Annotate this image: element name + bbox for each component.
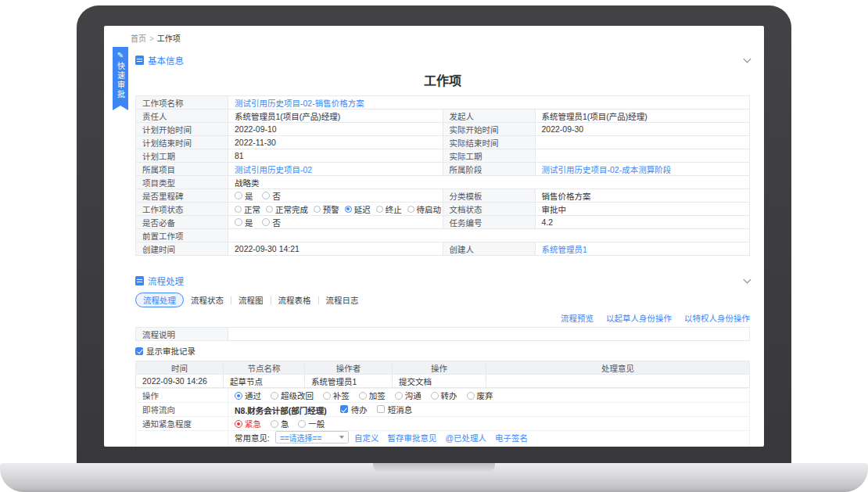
phase-link[interactable]: 测试引用历史项目-02-成本测算阶段 bbox=[542, 165, 672, 174]
field-label: 发起人 bbox=[443, 110, 535, 123]
tab-process-status[interactable]: 流程状态 bbox=[184, 294, 231, 306]
radio-option[interactable]: 预警 bbox=[314, 203, 339, 215]
field-label: 所属阶段 bbox=[443, 163, 535, 176]
radio-option[interactable]: 待启动 bbox=[407, 203, 442, 215]
radio-checked-icon bbox=[235, 420, 242, 428]
radio-option[interactable]: 否 bbox=[262, 190, 281, 202]
checkbox-label: 待办 bbox=[351, 404, 368, 415]
field-value bbox=[535, 149, 750, 163]
radio-label: 正常完成 bbox=[275, 203, 308, 215]
breadcrumb-home[interactable]: 首页 bbox=[131, 34, 146, 43]
radio-option[interactable]: 终止 bbox=[376, 203, 402, 215]
workitem-page: 首页>工作项 ✎ 快速审批 基本信息 工作项 工作项名称 测试引用历史项目-02… bbox=[104, 26, 764, 447]
required-radio-group: 是 否 bbox=[228, 216, 443, 229]
field-label: 前置工作项 bbox=[136, 229, 228, 242]
radio-option[interactable]: 是 bbox=[235, 217, 253, 228]
common-opinion-select[interactable]: ==请选择== bbox=[275, 431, 349, 444]
field-label: 计划开始时间 bbox=[136, 123, 228, 136]
table-row: 即将流向 N8.财务会计部(部门经理) 待办 短消息 bbox=[136, 403, 750, 417]
radio-option[interactable]: 一般 bbox=[298, 418, 325, 429]
column-header: 操作 bbox=[393, 361, 486, 375]
urgency-radio-group: 紧急 急 一般 bbox=[228, 417, 750, 431]
radio-option[interactable]: 正常完成 bbox=[266, 203, 308, 215]
table-row: 是否里程碑 是 否 分类模板 销售价格方案 bbox=[136, 189, 750, 203]
act-as-privileged-link[interactable]: 以特权人身份操作 bbox=[684, 312, 750, 324]
radio-option-selected[interactable]: 紧急 bbox=[235, 418, 261, 429]
radio-option[interactable]: 否 bbox=[262, 217, 281, 228]
field-label: 实际开始时间 bbox=[443, 123, 535, 136]
act-as-drafter-link[interactable]: 以起草人身份操作 bbox=[606, 312, 672, 324]
field-value bbox=[228, 328, 750, 341]
common-opinion-row: 常用意见: ==请选择== 自定义 暂存审批意见 @已处理人 电子签名 bbox=[235, 431, 743, 444]
quick-approve-ribbon[interactable]: ✎ 快速审批 bbox=[113, 47, 128, 110]
field-label: 责任人 bbox=[136, 110, 228, 123]
table-row: 计划工期 81 实际工期 bbox=[136, 149, 750, 163]
tab-process-log[interactable]: 流程日志 bbox=[319, 294, 366, 306]
table-row: 创建时间 2022-09-30 14:21 创建人 系统管理员1 bbox=[136, 242, 750, 256]
table-row: 流程说明 bbox=[136, 328, 750, 341]
project-link[interactable]: 测试引用历史项目-02 bbox=[235, 165, 312, 174]
field-label: 所属项目 bbox=[136, 163, 228, 176]
tab-process-table[interactable]: 流程表格 bbox=[271, 294, 318, 306]
record-header-row: 时间 节点名称 操作者 操作 处理意见 bbox=[136, 361, 750, 375]
creator-link[interactable]: 系统管理员1 bbox=[542, 245, 587, 254]
mention-handler-link[interactable]: @已处理人 bbox=[445, 432, 486, 444]
radio-option-selected[interactable]: 延迟 bbox=[345, 203, 371, 215]
sms-checkbox[interactable]: 短消息 bbox=[377, 404, 413, 415]
flow-target-cell: N8.财务会计部(部门经理) 待办 短消息 bbox=[228, 403, 750, 417]
radio-option[interactable]: 废弃 bbox=[467, 390, 493, 401]
field-value: 81 bbox=[228, 149, 443, 163]
radio-label: 是 bbox=[245, 217, 253, 228]
radio-option[interactable]: 超级改回 bbox=[271, 390, 314, 401]
tab-process-handle[interactable]: 流程处理 bbox=[135, 293, 184, 307]
chevron-down-icon[interactable] bbox=[744, 55, 751, 63]
record-cell: 系统管理员1 bbox=[305, 375, 393, 388]
save-draft-opinion-link[interactable]: 暂存审批意见 bbox=[387, 432, 436, 444]
approval-form: 操作 通过 超级改回 补签 加签 沟通 转办 废弃 即将流向 bbox=[135, 388, 750, 447]
table-row: 工作项名称 测试引用历史项目-02-销售价格方案 bbox=[136, 96, 750, 110]
radio-option-selected[interactable]: 通过 bbox=[235, 390, 261, 401]
radio-icon bbox=[314, 206, 321, 213]
table-row: 工作项状态 正常 正常完成 预警 延迟 终止 待启动 延期完成 文档状态 审批中 bbox=[136, 203, 750, 216]
radio-option[interactable]: 正常 bbox=[235, 203, 260, 215]
radio-icon bbox=[262, 192, 270, 199]
radio-option[interactable]: 转办 bbox=[431, 390, 457, 401]
radio-option[interactable]: 沟通 bbox=[395, 390, 421, 401]
process-action-links: 流程预览 以起草人身份操作 以特权人身份操作 bbox=[135, 312, 750, 324]
radio-icon bbox=[266, 206, 273, 213]
document-icon bbox=[135, 276, 144, 286]
radio-option[interactable]: 急 bbox=[271, 418, 289, 429]
radio-icon bbox=[271, 420, 278, 428]
breadcrumb: 首页>工作项 bbox=[131, 32, 750, 47]
common-opinion-label: 常用意见: bbox=[235, 432, 270, 444]
process-section-header: 流程处理 bbox=[135, 275, 750, 287]
todo-checkbox[interactable]: 待办 bbox=[340, 404, 368, 415]
chevron-down-icon[interactable] bbox=[744, 275, 751, 283]
table-row: 计划开始时间 2022-09-10 实际开始时间 2022-09-30 bbox=[136, 123, 750, 136]
document-icon bbox=[135, 56, 144, 65]
radio-label: 延迟 bbox=[354, 203, 371, 215]
approval-record-table: 时间 节点名称 操作者 操作 处理意见 2022-09-30 14:26 起草节… bbox=[135, 361, 750, 388]
quick-approve-label: 快速审批 bbox=[115, 62, 127, 99]
custom-opinion-link[interactable]: 自定义 bbox=[354, 432, 379, 444]
tab-process-diagram[interactable]: 流程图 bbox=[231, 294, 271, 306]
field-value: 2022-09-30 bbox=[535, 123, 750, 136]
field-value: 测试引用历史项目-02-成本测算阶段 bbox=[535, 163, 750, 176]
basic-info-title: 基本信息 bbox=[148, 54, 184, 66]
radio-label: 一般 bbox=[308, 418, 325, 429]
field-value: 系统管理员1(项目(产品)经理) bbox=[228, 110, 443, 123]
show-records-toggle[interactable]: 显示审批记录 bbox=[135, 345, 750, 357]
process-preview-link[interactable]: 流程预览 bbox=[561, 312, 594, 324]
breadcrumb-current: 工作项 bbox=[157, 34, 181, 43]
workitem-name-link[interactable]: 测试引用历史项目-02-销售价格方案 bbox=[235, 99, 364, 108]
radio-option[interactable]: 加签 bbox=[359, 390, 386, 401]
process-title: 流程处理 bbox=[148, 275, 184, 287]
radio-option[interactable]: 补签 bbox=[323, 390, 350, 401]
chevron-down-icon bbox=[339, 436, 344, 439]
radio-option[interactable]: 是 bbox=[235, 190, 253, 202]
radio-label: 转办 bbox=[441, 390, 457, 401]
record-cell: 2022-09-30 14:26 bbox=[136, 375, 224, 388]
esignature-link[interactable]: 电子签名 bbox=[495, 432, 528, 444]
status-radio-group: 正常 正常完成 预警 延迟 终止 待启动 延期完成 bbox=[228, 203, 443, 216]
radio-icon bbox=[262, 218, 270, 226]
